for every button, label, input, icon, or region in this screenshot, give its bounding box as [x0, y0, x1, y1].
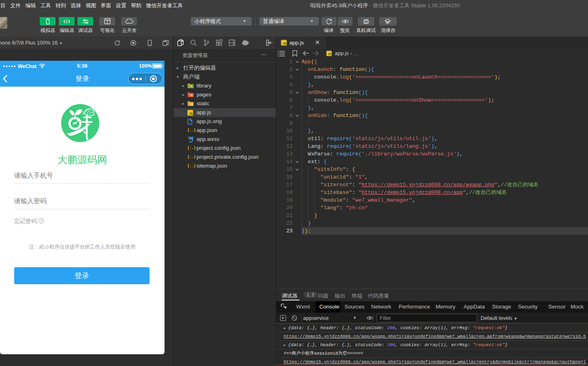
svg-text:JS: JS: [328, 53, 331, 55]
svg-text:JS: JS: [282, 42, 286, 45]
svg-text:JS: JS: [189, 111, 192, 115]
svg-text:<>: <>: [190, 94, 193, 96]
